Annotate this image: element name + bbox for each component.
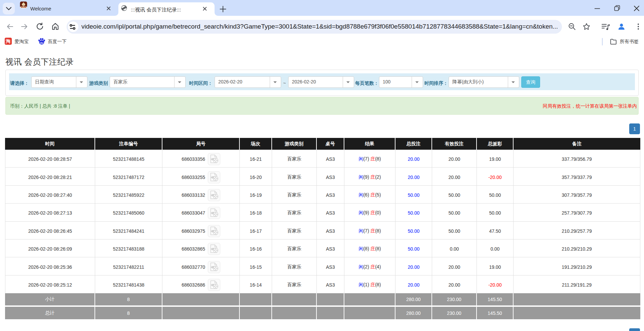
svg-text:du: du [40, 41, 43, 44]
